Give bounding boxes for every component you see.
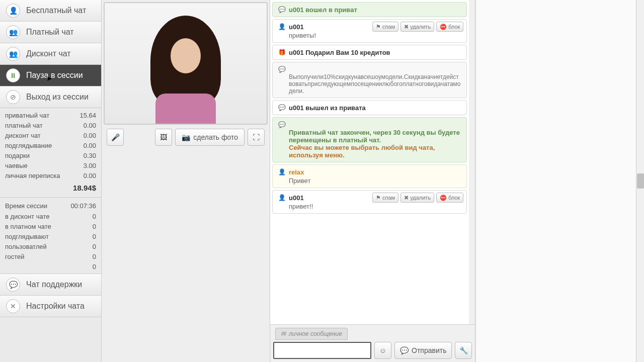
camera-icon: 📷 xyxy=(182,133,190,141)
stat-value: 0.00 xyxy=(84,172,96,179)
system-message: 💬 Приватный чат закончен, через 30 секун… xyxy=(272,117,467,162)
gift-message: 🎁u001 Подарил Вам 10 кредитов xyxy=(272,45,467,60)
stat-label: подарки xyxy=(5,152,30,159)
stat-label: пользоватлей xyxy=(5,243,47,250)
menu-exit-session[interactable]: ⊘ Выход из сессии xyxy=(0,86,101,108)
stat-label: в платном чате xyxy=(5,223,51,230)
send-button[interactable]: 💬 Отправить xyxy=(394,342,452,359)
delete-button[interactable]: ✖ удалить xyxy=(400,193,434,203)
stat-value: 0.00 xyxy=(84,142,96,149)
stat-value: 15.64 xyxy=(79,112,96,119)
people-icon: 👥 xyxy=(6,25,20,39)
stat-value: 0 xyxy=(93,213,96,220)
tools-icon: ✕ xyxy=(6,299,20,313)
video-preview xyxy=(104,2,268,125)
wrench-icon: 🔧 xyxy=(459,346,468,354)
fullscreen-icon: ⛶ xyxy=(253,133,260,141)
username: relax xyxy=(289,168,304,176)
stat-value: 0 xyxy=(93,233,96,240)
block-button[interactable]: ⛔ блок xyxy=(436,193,463,203)
menu-paid-chat[interactable]: 👥 Платный чат xyxy=(0,22,101,43)
mic-button[interactable]: 🎤 xyxy=(107,129,124,146)
stat-value: 3.00 xyxy=(84,162,96,169)
system-message: 💬u001 вышел из привата xyxy=(272,100,467,115)
system-message: 💬 Выполучили10%скидкунавсешоумодели.Скид… xyxy=(272,62,467,98)
spam-button[interactable]: ⚑ спам xyxy=(372,193,398,203)
input-area: ✉ личное сообщение ☺ 💬 Отправить 🔧 xyxy=(270,324,475,362)
message-input[interactable] xyxy=(273,342,371,359)
fullscreen-button[interactable]: ⛶ xyxy=(248,129,265,146)
user-icon: 👤 xyxy=(278,194,286,202)
gallery-button[interactable]: 🖼 xyxy=(155,129,172,146)
stat-label: платный чат xyxy=(5,122,43,129)
stat-label: подглядывание xyxy=(5,142,52,149)
menu-chat-settings[interactable]: ✕ Настройки чата xyxy=(0,296,101,317)
model-message: 👤relax Привет xyxy=(272,164,467,188)
gift-icon: 🎁 xyxy=(278,48,286,56)
video-controls: 🎤 🖼 📷 сделать фото ⛶ xyxy=(104,127,268,148)
user-message: 👤u001 приветы! ⚑ спам ✖ удалить ⛔ блок xyxy=(272,19,467,43)
chat-area: 💬u001 вошел в приват 👤u001 приветы! ⚑ сп… xyxy=(270,0,475,362)
stat-label: чаевые xyxy=(5,162,28,169)
pm-label: личное сообщение xyxy=(289,330,342,337)
chat-icon: 💬 xyxy=(6,278,20,292)
msg-text: Привет xyxy=(278,177,461,185)
msg-text: привет!! xyxy=(278,203,461,210)
emoji-icon: ☺ xyxy=(379,346,386,354)
stat-value: 0 xyxy=(93,243,96,250)
bubble-icon: 💬 xyxy=(278,65,286,73)
photo-label: сделать фото xyxy=(193,133,238,141)
menu-support-chat[interactable]: 💬 Чат поддержки xyxy=(0,274,101,296)
timer-label: Время сессии xyxy=(5,202,47,210)
menu-label: Настройки чата xyxy=(26,302,85,311)
menu-label: Бесплатный чат xyxy=(26,6,86,15)
bubble-icon: 💬 xyxy=(278,121,286,129)
emoji-button[interactable]: ☺ xyxy=(374,342,391,359)
spam-button[interactable]: ⚑ спам xyxy=(372,22,398,32)
menu-pause-session[interactable]: ⏸ Пауза в сессии xyxy=(0,65,101,86)
stat-label: гостей xyxy=(5,253,25,260)
msg-text: приветы! xyxy=(278,32,461,39)
menu-label: Пауза в сессии xyxy=(26,71,83,80)
stat-value: 0.00 xyxy=(84,122,96,129)
session-panel: Время сессии00:07:36 в дисконт чате0 в п… xyxy=(0,198,101,274)
msg-text: Выполучили10%скидкунавсешоумодели.Скидка… xyxy=(278,73,461,95)
send-label: Отправить xyxy=(412,346,446,354)
user-icon: 👤 xyxy=(278,23,286,31)
delete-button[interactable]: ✖ удалить xyxy=(400,22,434,32)
person-icon: 👤 xyxy=(6,4,20,18)
gallery-icon: 🖼 xyxy=(160,133,167,141)
menu-discount-chat[interactable]: 👥 Дисконт чат xyxy=(0,43,101,65)
stop-icon: ⊘ xyxy=(6,90,20,104)
msg-text: u001 вышел из привата xyxy=(289,104,366,112)
msg-text: u001 Подарил Вам 10 кредитов xyxy=(289,49,390,56)
stat-value: 0.00 xyxy=(84,132,96,139)
stat-label: приватный чат xyxy=(5,112,49,119)
bubble-icon: 💬 xyxy=(278,6,286,14)
username: u001 xyxy=(289,194,304,202)
menu-label: Чат поддержки xyxy=(26,280,82,289)
sidebar: 👤 Бесплатный чат 👥 Платный чат 👥 Дисконт… xyxy=(0,0,102,362)
pause-icon: ⏸ xyxy=(6,68,20,82)
tools-button[interactable]: 🔧 xyxy=(455,342,472,359)
mail-icon: ✉ xyxy=(281,330,286,337)
menu-label: Выход из сессии xyxy=(26,93,89,102)
menu-label: Дисконт чат xyxy=(26,49,71,58)
take-photo-button[interactable]: 📷 сделать фото xyxy=(175,129,245,146)
bubble-icon: 💬 xyxy=(400,346,409,354)
video-panel: 🎤 🖼 📷 сделать фото ⛶ xyxy=(102,0,270,362)
chat-log[interactable]: 💬u001 вошел в приват 👤u001 приветы! ⚑ сп… xyxy=(270,0,469,324)
right-panel xyxy=(475,0,636,362)
stat-value: 0 xyxy=(93,223,96,230)
menu-free-chat[interactable]: 👤 Бесплатный чат xyxy=(0,0,101,22)
stat-label: дисконт чат xyxy=(5,132,41,139)
msg-text: u001 вошел в приват xyxy=(289,6,357,14)
mic-icon: 🎤 xyxy=(111,133,120,141)
pm-tab[interactable]: ✉ личное сообщение xyxy=(275,328,348,340)
stat-label: подглядывают xyxy=(5,233,49,240)
chat-scrollbar[interactable] xyxy=(469,0,475,324)
system-message: 💬u001 вошел в приват xyxy=(272,2,467,17)
block-button[interactable]: ⛔ блок xyxy=(436,22,463,32)
window-scrollbar[interactable] xyxy=(636,0,644,362)
stat-label: в дисконт чате xyxy=(5,213,49,220)
